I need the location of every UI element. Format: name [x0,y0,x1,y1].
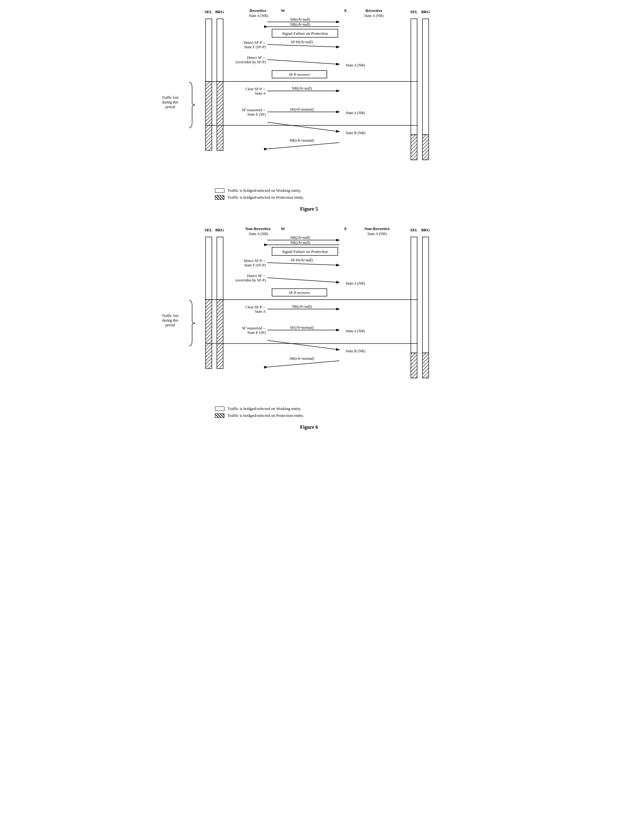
figure6-label: Figure 6 [161,424,457,430]
brg-left-label: BRG [215,9,224,14]
w-label: W [281,8,285,13]
brg-left-bar-white [217,19,223,82]
e-label6: E [345,226,347,231]
sel-left-bar-white [206,19,212,82]
w-label6: W [281,226,285,231]
figure5-legend: Traffic is bridged/selected on Working e… [215,188,403,200]
detect-sfp-label6: Detect SF-P→ [244,259,266,263]
state-f-sfp-label6: State F (SF-P) [244,263,266,268]
clear-sfp-label6: Clear SF-P→ [245,305,266,309]
brace-left [189,82,195,128]
nr-null-right-label6: NR(r/b=null) [290,235,310,240]
state-a-nr-right-top6: State A (NR) [367,232,387,236]
legend-white-text: Traffic is bridged/selected on Working e… [227,188,301,193]
state-b-nr-label6: State B (NR) [346,349,365,353]
sel-right-bar-hatched6 [411,353,417,378]
figure6-container: SEL BRG Non-Revertive W State A (NR) E N… [161,224,457,430]
signal-failure-text6: Signal Failure on Protection [282,249,328,254]
state-f-sfp-label: State F (SF-P) [244,45,266,49]
sel-left-bar-hatched [206,82,212,150]
legend-hatched-text6: Traffic is bridged/selected on Protectio… [227,413,304,418]
nr-null-left-label: NR(r/b=null) [290,22,310,27]
detect-sf-arrow6 [267,278,339,282]
state-b-arrow [267,122,339,132]
state-a-nr-right2: State A (NR) [346,111,365,115]
sfp-null-label6: SF-P(r/b=null) [291,258,313,262]
sel-right-bar-hatched [411,135,417,160]
state-a-nr-right-top: State A (NR) [364,13,383,18]
figure6-diagram: SEL BRG Non-Revertive W State A (NR) E N… [161,224,462,400]
revertive-left-label: Revertive [250,8,266,13]
legend-item-white6: Traffic is bridged/selected on Working e… [215,406,403,411]
non-revertive-left-label: Non-Revertive [245,226,271,231]
overriden-label6: (overriden by SF-P) [236,278,266,282]
sel-right-bar-white6 [411,237,417,353]
nr-normal-arrow [267,143,339,149]
traffic-lost-label: Traffic lost [162,95,179,100]
sel-right-bar-white [411,19,417,135]
brace-left6 [189,300,195,346]
brg-right-bar-white [422,19,429,135]
brg-right-label6: BRG [421,227,430,232]
overriden-label: (overriden by SF-P) [236,60,266,64]
legend-item-hatched: Traffic is bridged/selected on Protectio… [215,195,403,200]
sf-reasserted-label: SF reasserted→ [242,108,266,112]
nr-null-left-label6: NR(r/b=null) [290,241,310,245]
figure5-label: Figure 5 [161,206,457,212]
legend-item-hatched6: Traffic is bridged/selected on Protectio… [215,413,403,418]
legend-box-hatched [215,195,224,200]
legend-box-hatched6 [215,413,224,418]
state-a-label6: State A [255,309,266,314]
sfp-recovers-text: SF-P recovers [289,73,310,77]
sf-reasserted-label6: SF reasserted→ [242,326,266,330]
sf-normal-label: SF(r/b=normal) [290,107,313,112]
state-a-nr-right1: State A (NR) [346,63,365,67]
sfp-arrow [267,45,339,47]
nr-normal-arrow6 [267,361,339,367]
state-a-label: State A [255,91,266,95]
legend-white-text6: Traffic is bridged/selected on Working e… [227,406,301,411]
brg-right-bar-hatched [422,135,429,160]
non-revertive-right-label: Non-Revertive [364,226,390,231]
sel-left-label6: SEL [205,227,212,232]
state-b-nr-label: State B (NR) [346,131,365,135]
sf-normal-label6: SF(r/b=normal) [290,326,313,330]
detect-sf-label6: Detect SF→ [247,274,266,278]
revertive-right-label: Revertive [365,8,382,13]
sel-left-bar-white6 [206,237,212,300]
sel-right-label: SEL [410,9,418,14]
state-a-nr-left: State A (NR) [249,13,268,18]
state-e-sf-label6: State E (SF) [247,330,266,335]
figure5-container: SEL BRG Revertive W State A (NR) E Rever… [161,6,457,212]
detect-sf-label: Detect SF→ [247,55,266,60]
brg-right-bar-white6 [422,237,429,353]
figure5-diagram: SEL BRG Revertive W State A (NR) E Rever… [161,6,462,182]
e-label: E [345,8,347,13]
brg-left-bar-white6 [217,237,223,300]
nr-normal-label: NR(r/b=normal) [290,138,314,143]
state-a-nr-right16: State A (NR) [346,281,365,285]
sel-left-bar-hatched6 [206,300,212,369]
traffic-lost-label6: Traffic lost [162,314,179,318]
nr-null2-label6: NR(r/b=null) [292,304,312,309]
brg-left-label6: BRG [215,227,224,232]
nr-null2-label: NR(r/b=null) [292,86,312,91]
legend-item-white: Traffic is bridged/selected on Working e… [215,188,403,193]
figure6-legend: Traffic is bridged/selected on Working e… [215,406,403,418]
sfp-recovers-text6: SF-P recovers [289,291,310,295]
sel-left-label: SEL [205,9,212,14]
legend-hatched-text: Traffic is bridged/selected on Protectio… [227,195,304,200]
state-a-nr-right26: State A (NR) [346,329,365,333]
state-e-sf-label: State E (SF) [247,112,266,117]
traffic-lost-label26: during this [162,318,178,323]
legend-box-white [215,188,224,193]
nr-normal-label6: NR(r/b=normal) [290,356,314,361]
traffic-lost-label3: period [165,105,175,109]
brg-right-label: BRG [421,9,430,14]
traffic-lost-label36: period [165,323,175,327]
detect-sf-arrow [267,59,339,64]
clear-sfp-label: Clear SF-P→ [245,87,266,91]
detect-sfp-label: Detect SF-P→ [244,40,266,45]
brg-left-bar-hatched6 [217,300,223,369]
state-b-arrow6 [267,340,339,350]
